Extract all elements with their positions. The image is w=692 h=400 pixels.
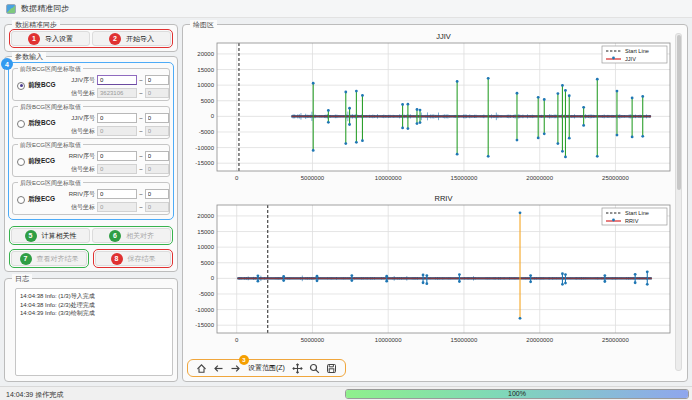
svg-text:20000: 20000 — [197, 51, 214, 57]
signal-coord-to-input[interactable] — [145, 164, 169, 174]
zoom-icon[interactable] — [309, 362, 321, 374]
svg-text:-5000: -5000 — [199, 129, 215, 135]
step-8-badge: 8 — [111, 253, 123, 265]
svg-text:-10000: -10000 — [195, 145, 214, 151]
svg-text:5000000: 5000000 — [301, 337, 325, 343]
back-icon[interactable] — [212, 362, 224, 374]
log-group: 日志 14:04:38 Info: (1/3)导入完成 14:04:38 Inf… — [4, 278, 178, 382]
rriv-index-to-input[interactable] — [145, 151, 169, 161]
signal-coord-from-input[interactable] — [97, 88, 137, 98]
window-title: 数据精准同步 — [21, 3, 69, 14]
ecg-back-title: 后段ECG区间坐标取值 — [18, 179, 83, 187]
radio-dot — [17, 158, 25, 166]
set-range-button[interactable]: 3 设置范围(Z) — [246, 363, 287, 373]
svg-text:0: 0 — [235, 175, 239, 181]
signal-coord-from-input[interactable] — [97, 126, 137, 136]
home-icon[interactable] — [195, 362, 207, 374]
status-bar: 14:04:39 操作完成 100% — [0, 386, 692, 400]
svg-text:0: 0 — [235, 337, 239, 343]
signal-coord-to-input[interactable] — [145, 202, 169, 212]
set-range-label: 设置范围(Z) — [248, 364, 285, 371]
jjiv-index-from-input[interactable] — [97, 113, 137, 123]
view-align-result-button[interactable]: 7 查看对齐结果 — [11, 251, 87, 266]
signal-coord-to-input[interactable] — [145, 126, 169, 136]
progress-bar: 100% — [345, 389, 689, 399]
plot-scrollbar-thumb[interactable] — [677, 35, 682, 190]
jjiv-chart[interactable]: 0500000010000000150000002000000025000000… — [187, 31, 675, 197]
app-icon — [6, 4, 16, 14]
svg-text:20000: 20000 — [197, 213, 214, 219]
compute-correlation-button[interactable]: 5 计算相关性 — [11, 228, 90, 243]
rriv-chart[interactable]: 0500000010000000150000002000000025000000… — [187, 193, 675, 359]
start-import-label: 开始导入 — [126, 34, 154, 44]
log-line: 14:04:38 Info: (2/3)处理完成 — [20, 301, 168, 310]
log-group-title: 日志 — [12, 274, 32, 283]
import-buttons-frame: 1 导入设置 2 开始导入 — [9, 29, 173, 48]
signal-coord-from-input[interactable] — [97, 164, 137, 174]
svg-text:JJIV: JJIV — [625, 56, 636, 62]
jjiv-index-from-input[interactable] — [97, 75, 137, 85]
correlation-align-button[interactable]: 6 相关对齐 — [92, 228, 171, 243]
step-1-badge: 1 — [28, 33, 40, 45]
rriv-index-from-input[interactable] — [97, 151, 137, 161]
svg-text:20000000: 20000000 — [526, 337, 553, 343]
svg-text:-5000: -5000 — [199, 291, 215, 297]
signal-coord-label: 信号坐标 — [65, 165, 95, 174]
svg-text:Start Line: Start Line — [625, 210, 649, 216]
rriv-index-label: RRIV序号 — [65, 152, 95, 161]
svg-text:0: 0 — [211, 113, 215, 119]
jjiv-index-to-input[interactable] — [145, 75, 169, 85]
bcg-back-radio[interactable]: 后段BCG — [17, 119, 55, 128]
params-group-title: 参数输入 — [12, 52, 46, 61]
plot-group-title: 绘图区 — [190, 20, 217, 29]
window-titlebar: 数据精准同步 — [0, 0, 692, 18]
forward-icon[interactable] — [229, 362, 241, 374]
save-figure-icon[interactable] — [326, 362, 338, 374]
step-2-badge: 2 — [109, 33, 121, 45]
plot-toolbar: 3 设置范围(Z) — [187, 359, 346, 377]
rriv-index-from-input[interactable] — [97, 189, 137, 199]
pan-icon[interactable] — [292, 362, 304, 374]
save-result-button[interactable]: 8 保存结果 — [95, 251, 171, 266]
log-line: 14:04:38 Info: (1/3)导入完成 — [20, 292, 168, 301]
svg-text:RRIV: RRIV — [625, 218, 639, 224]
ecg-front-title: 前段ECG区间坐标取值 — [18, 141, 83, 149]
ecg-back-radio[interactable]: 后段ECG — [17, 195, 55, 204]
radio-dot — [17, 120, 25, 128]
view-result-frame: 7 查看对齐结果 — [9, 249, 89, 268]
svg-text:10000: 10000 — [197, 244, 214, 250]
status-message: 14:04:39 操作完成 — [6, 390, 63, 400]
plot-group: 绘图区 050000001000000015000000200000002500… — [182, 24, 688, 382]
step-3-badge: 3 — [239, 355, 249, 365]
svg-text:5000000: 5000000 — [301, 175, 325, 181]
plot-scrollbar[interactable] — [675, 33, 682, 371]
svg-text:JJIV: JJIV — [436, 32, 451, 41]
step-7-badge: 7 — [20, 253, 32, 265]
svg-text:15000: 15000 — [197, 229, 214, 235]
view-align-result-label: 查看对齐结果 — [37, 254, 79, 264]
ecg-front-radio[interactable]: 前段ECG — [17, 157, 55, 166]
log-textarea[interactable]: 14:04:38 Info: (1/3)导入完成 14:04:38 Info: … — [15, 288, 173, 376]
svg-text:25000000: 25000000 — [602, 337, 629, 343]
svg-text:RRIV: RRIV — [435, 194, 453, 203]
svg-text:-10000: -10000 — [195, 307, 214, 313]
import-settings-label: 导入设置 — [45, 34, 73, 44]
svg-text:10000000: 10000000 — [375, 175, 402, 181]
import-settings-button[interactable]: 1 导入设置 — [11, 31, 90, 46]
step-6-badge: 6 — [109, 230, 121, 242]
svg-text:-15000: -15000 — [195, 160, 214, 166]
rriv-index-to-input[interactable] — [145, 189, 169, 199]
jjiv-index-label: JJIV序号 — [65, 114, 95, 123]
svg-text:-15000: -15000 — [195, 322, 214, 328]
svg-text:10000: 10000 — [197, 82, 214, 88]
signal-coord-to-input[interactable] — [145, 88, 169, 98]
svg-text:5000: 5000 — [201, 98, 215, 104]
svg-text:25000000: 25000000 — [602, 175, 629, 181]
jjiv-index-to-input[interactable] — [145, 113, 169, 123]
start-import-button[interactable]: 2 开始导入 — [92, 31, 171, 46]
signal-coord-label: 信号坐标 — [65, 89, 95, 98]
step-5-badge: 5 — [25, 230, 37, 242]
bcg-front-radio[interactable]: 前段BCG — [17, 81, 55, 90]
signal-coord-label: 信号坐标 — [65, 203, 95, 212]
signal-coord-from-input[interactable] — [97, 202, 137, 212]
